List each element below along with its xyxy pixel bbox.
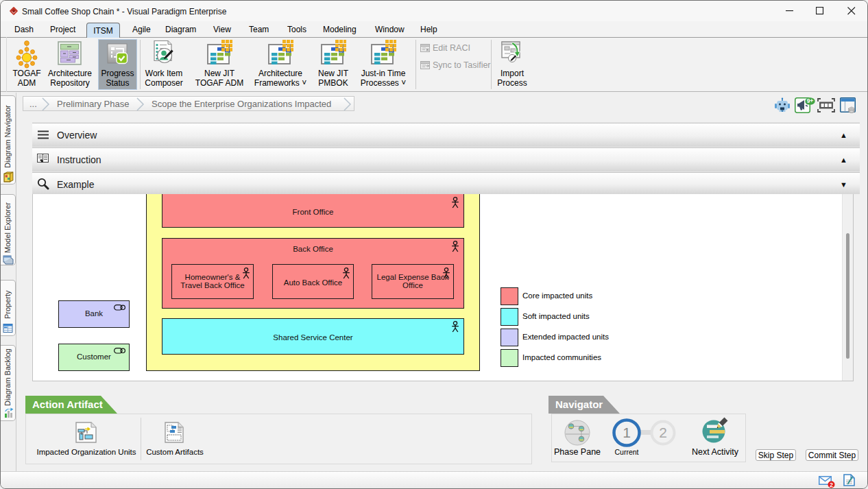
svg-text:9+: 9+ bbox=[807, 97, 814, 104]
svg-text:2: 2 bbox=[659, 425, 667, 440]
svg-text:1: 1 bbox=[623, 425, 631, 440]
svg-text:2: 2 bbox=[830, 481, 833, 488]
